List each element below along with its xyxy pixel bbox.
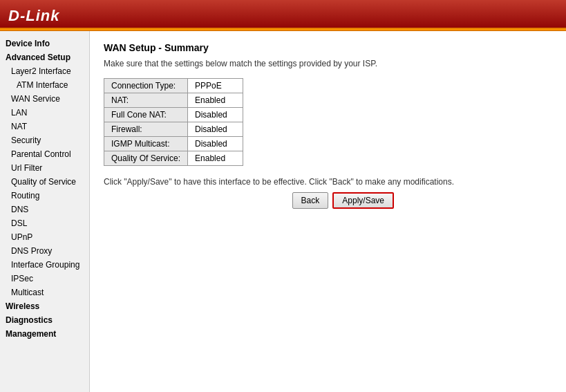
table-row: Connection Type:PPPoE	[104, 79, 243, 93]
table-cell-value: PPPoE	[188, 79, 243, 93]
table-cell-label: IGMP Multicast:	[104, 137, 188, 151]
sidebar-item-management[interactable]: Management	[0, 327, 89, 341]
sidebar-item-device-info[interactable]: Device Info	[0, 37, 89, 50]
sidebar-item-nat[interactable]: NAT	[0, 120, 89, 133]
back-button[interactable]: Back	[292, 192, 329, 209]
table-cell-value: Enabled	[188, 93, 243, 108]
main-content: WAN Setup - Summary Make sure that the s…	[90, 31, 566, 392]
layout: Device InfoAdvanced SetupLayer2 Interfac…	[0, 31, 566, 392]
table-cell-label: NAT:	[104, 93, 188, 108]
page-description: Make sure that the settings below match …	[104, 59, 552, 68]
sidebar-item-wan-service[interactable]: WAN Service	[0, 92, 89, 106]
table-row: NAT:Enabled	[104, 93, 243, 108]
sidebar-item-wireless[interactable]: Wireless	[0, 299, 89, 313]
table-cell-label: Quality Of Service:	[104, 151, 188, 166]
page-title: WAN Setup - Summary	[104, 42, 552, 53]
sidebar-item-security[interactable]: Security	[0, 133, 89, 147]
sidebar-item-quality-of-service[interactable]: Quality of Service	[0, 175, 89, 189]
sidebar-item-routing[interactable]: Routing	[0, 189, 89, 203]
table-row: Firewall:Disabled	[104, 122, 243, 137]
table-cell-label: Full Cone NAT:	[104, 108, 188, 122]
table-row: Full Cone NAT:Disabled	[104, 108, 243, 122]
table-cell-label: Connection Type:	[104, 79, 188, 93]
sidebar-item-parental-control[interactable]: Parental Control	[0, 147, 89, 161]
summary-table: Connection Type:PPPoENAT:EnabledFull Con…	[104, 78, 243, 166]
sidebar-item-dns-proxy[interactable]: DNS Proxy	[0, 244, 89, 258]
table-row: IGMP Multicast:Disabled	[104, 137, 243, 151]
sidebar-item-interface-grouping[interactable]: Interface Grouping	[0, 258, 89, 272]
table-cell-value: Enabled	[188, 151, 243, 166]
sidebar-item-layer2-interface[interactable]: Layer2 Interface	[0, 64, 89, 78]
sidebar-item-dns[interactable]: DNS	[0, 203, 89, 216]
sidebar-item-url-filter[interactable]: Url Filter	[0, 161, 89, 175]
table-cell-value: Disabled	[188, 137, 243, 151]
table-row: Quality Of Service:Enabled	[104, 151, 243, 166]
sidebar-item-diagnostics[interactable]: Diagnostics	[0, 313, 89, 327]
sidebar-item-advanced-setup[interactable]: Advanced Setup	[0, 50, 89, 64]
sidebar: Device InfoAdvanced SetupLayer2 Interfac…	[0, 31, 90, 392]
sidebar-item-ipsec[interactable]: IPSec	[0, 272, 89, 286]
sidebar-item-atm-interface[interactable]: ATM Interface	[0, 78, 89, 92]
table-cell-label: Firewall:	[104, 122, 188, 137]
instruction-text: Click "Apply/Save" to have this interfac…	[104, 177, 552, 187]
header: D-Link	[0, 0, 566, 31]
sidebar-item-multicast[interactable]: Multicast	[0, 286, 89, 299]
apply-save-button[interactable]: Apply/Save	[332, 192, 394, 209]
table-cell-value: Disabled	[188, 122, 243, 137]
sidebar-item-lan[interactable]: LAN	[0, 106, 89, 120]
sidebar-item-dsl[interactable]: DSL	[0, 216, 89, 230]
button-row: Back Apply/Save	[104, 192, 394, 209]
dlink-logo: D-Link	[8, 7, 59, 25]
sidebar-item-upnp[interactable]: UPnP	[0, 230, 89, 244]
table-cell-value: Disabled	[188, 108, 243, 122]
